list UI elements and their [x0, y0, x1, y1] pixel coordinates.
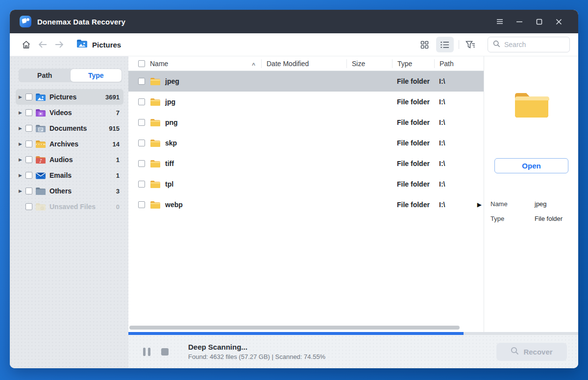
tab-path[interactable]: Path [19, 69, 71, 82]
search-box [488, 37, 570, 52]
search-icon [493, 40, 500, 49]
checkbox[interactable] [25, 125, 32, 132]
pictures-folder-icon [35, 93, 46, 101]
recover-button[interactable]: Recover [496, 343, 567, 361]
folder-icon [150, 160, 161, 168]
search-input[interactable] [504, 41, 558, 48]
app-window: Donemax Data Recovery [10, 10, 578, 368]
sidebar-item-emails[interactable]: ▶ Emails 1 [16, 167, 123, 183]
status-bar: Deep Scanning... Found: 4632 files (57.2… [128, 335, 578, 368]
menu-icon[interactable] [490, 13, 510, 30]
file-row[interactable]: skp File folder I:\ [128, 133, 484, 153]
item-count: 3 [116, 188, 120, 195]
videos-folder-icon [35, 109, 46, 117]
checkbox[interactable] [138, 98, 145, 105]
archives-folder-icon [35, 140, 46, 148]
item-count: 7 [116, 109, 120, 117]
checkbox[interactable] [138, 140, 145, 146]
checkbox[interactable] [25, 156, 32, 163]
item-count: 1 [116, 172, 120, 179]
file-row[interactable]: jpg File folder I:\ [128, 92, 484, 112]
checkbox[interactable] [138, 160, 145, 167]
unsaved-folder-icon [35, 203, 46, 211]
sidebar-item-videos[interactable]: ▶ Videos 7 [16, 105, 123, 120]
checkbox[interactable] [138, 78, 145, 85]
open-button[interactable]: Open [494, 158, 568, 173]
sidebar-item-audios[interactable]: ▶ ♪ Audios 1 [16, 152, 123, 167]
filter-icon[interactable] [464, 38, 477, 51]
file-row[interactable]: tiff File folder I:\ [128, 153, 484, 174]
folder-icon [150, 180, 161, 189]
collapse-panel-icon[interactable]: ▶ [477, 201, 482, 208]
documents-folder-icon [35, 124, 46, 133]
column-name[interactable]: Name ^ [128, 60, 261, 68]
list-header: Name ^ Date Modified Size Type Path [128, 56, 484, 71]
checkbox[interactable] [25, 94, 32, 100]
expand-caret-icon[interactable]: ▶ [19, 157, 25, 162]
horizontal-scrollbar[interactable] [128, 326, 484, 330]
sidebar-tabs: Path Type [19, 69, 122, 82]
pictures-folder-icon [76, 39, 88, 50]
column-type[interactable]: Type [392, 59, 434, 68]
folder-icon [150, 119, 161, 127]
sidebar: Path Type ▶ Pictures 3691 ▶ Videos 7 [10, 56, 128, 368]
back-arrow-icon[interactable] [36, 38, 49, 51]
file-row[interactable]: png File folder I:\ [128, 112, 484, 133]
svg-text:♪: ♪ [39, 158, 43, 164]
checkbox[interactable] [25, 203, 32, 210]
stop-icon[interactable] [159, 346, 170, 357]
item-count: 915 [109, 125, 120, 132]
folder-icon [150, 77, 161, 86]
emails-envelope-icon [35, 171, 46, 180]
column-size[interactable]: Size [346, 59, 392, 68]
expand-caret-icon[interactable]: ▶ [19, 142, 25, 146]
scan-progress-fill [128, 332, 464, 335]
pause-icon[interactable] [141, 346, 152, 357]
sidebar-item-others[interactable]: ▶ Others 3 [16, 183, 123, 199]
maximize-button[interactable] [529, 13, 549, 30]
app-logo-icon [20, 16, 31, 27]
sidebar-item-pictures[interactable]: ▶ Pictures 3691 [16, 89, 123, 105]
expand-caret-icon[interactable]: ▶ [19, 126, 25, 131]
file-list: Name ^ Date Modified Size Type Path jpeg [128, 56, 484, 332]
folder-icon [150, 201, 161, 209]
expand-caret-icon[interactable]: ▶ [19, 95, 25, 99]
grid-view-icon[interactable] [416, 37, 433, 52]
checkbox[interactable] [138, 119, 145, 126]
checkbox[interactable] [138, 181, 145, 188]
scrollbar-thumb[interactable] [129, 326, 460, 330]
sort-ascending-icon[interactable]: ^ [252, 62, 255, 69]
file-row[interactable]: tpl File folder I:\ [128, 174, 484, 194]
minimize-button[interactable] [510, 13, 529, 30]
app-title: Donemax Data Recovery [37, 18, 125, 26]
checkbox[interactable] [25, 109, 32, 116]
checkbox[interactable] [25, 141, 32, 147]
checkbox[interactable] [25, 188, 32, 194]
forward-arrow-icon[interactable] [53, 38, 66, 51]
sidebar-item-archives[interactable]: ▶ Archives 14 [16, 136, 123, 152]
select-all-checkbox[interactable] [138, 60, 145, 67]
sidebar-item-documents[interactable]: ▶ Documents 915 [16, 120, 123, 136]
list-view-icon[interactable] [436, 37, 454, 52]
expand-caret-icon[interactable]: ▶ [19, 173, 25, 178]
breadcrumb: Pictures [76, 39, 121, 50]
toolbar: Pictures [10, 33, 578, 56]
expand-caret-icon[interactable]: ▶ [19, 189, 25, 193]
expand-caret-icon[interactable]: ▶ [19, 110, 25, 115]
column-date-modified[interactable]: Date Modified [261, 59, 346, 68]
file-row[interactable]: jpeg File folder I:\ [128, 71, 484, 92]
home-icon[interactable] [20, 38, 32, 51]
checkbox[interactable] [138, 201, 145, 208]
checkbox[interactable] [25, 172, 32, 179]
sidebar-item-unsaved-files[interactable]: ▶ Unsaved Files 0 [16, 199, 123, 214]
scan-status-title: Deep Scanning... [188, 343, 325, 351]
close-button[interactable] [549, 13, 568, 30]
column-path[interactable]: Path [434, 59, 484, 68]
preview-field-name: Name jpeg [494, 200, 568, 208]
item-count: 1 [116, 156, 120, 164]
file-row[interactable]: webp File folder I:\ [128, 194, 484, 215]
tab-type[interactable]: Type [71, 69, 122, 82]
scan-progress-bar [128, 332, 578, 335]
recover-search-icon [511, 347, 519, 356]
item-count: 0 [116, 203, 120, 211]
